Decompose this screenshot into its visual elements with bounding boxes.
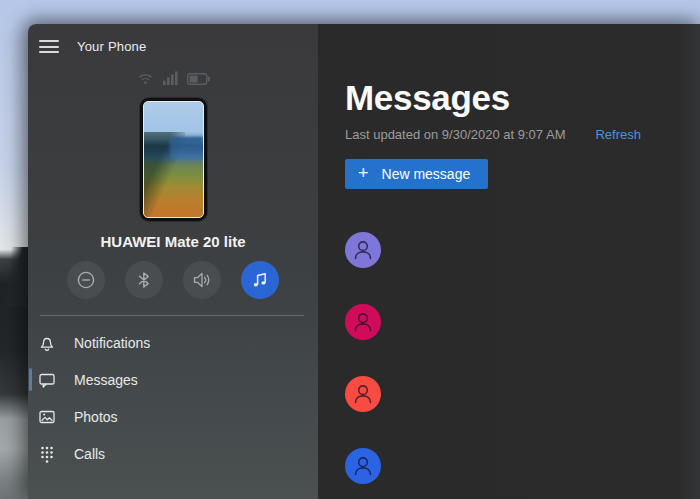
person-icon	[345, 232, 381, 268]
sidebar-item-label: Messages	[74, 372, 138, 388]
music-button[interactable]	[241, 261, 279, 299]
phone-preview[interactable]	[28, 98, 318, 221]
app-title: Your Phone	[77, 39, 146, 54]
sidebar-divider	[40, 315, 304, 316]
new-message-button[interactable]: + New message	[345, 159, 488, 189]
sidebar-item-calls[interactable]: Calls	[28, 435, 318, 472]
do-not-disturb-button[interactable]	[67, 261, 105, 299]
volume-icon	[190, 268, 214, 292]
wifi-icon	[137, 71, 154, 85]
do-not-disturb-icon	[75, 269, 97, 291]
dialpad-icon	[37, 444, 57, 464]
music-icon	[249, 269, 271, 291]
battery-icon	[187, 73, 210, 85]
contact-avatar[interactable]	[345, 376, 381, 412]
conversation-row[interactable]	[345, 304, 700, 340]
new-message-label: New message	[382, 166, 471, 182]
bluetooth-icon	[134, 270, 154, 290]
conversation-row[interactable]	[345, 376, 700, 412]
sidebar-item-photos[interactable]: Photos	[28, 398, 318, 435]
your-phone-window: Your Phone	[28, 24, 700, 499]
phone-frame	[140, 98, 207, 221]
person-icon	[345, 448, 381, 484]
refresh-link[interactable]: Refresh	[595, 127, 641, 142]
volume-button[interactable]	[183, 261, 221, 299]
quick-actions-row	[28, 261, 318, 299]
desktop-wallpaper	[0, 0, 28, 499]
app-header: Your Phone	[28, 24, 318, 56]
phone-status-row	[28, 70, 318, 85]
bluetooth-button[interactable]	[125, 261, 163, 299]
plus-icon: +	[358, 164, 369, 182]
conversation-row[interactable]	[345, 232, 700, 268]
sidebar-item-notifications[interactable]: Notifications	[28, 324, 318, 361]
sidebar-item-label: Photos	[74, 409, 118, 425]
selection-indicator	[29, 368, 32, 391]
sidebar-item-label: Calls	[74, 446, 105, 462]
bell-icon	[37, 333, 57, 353]
last-updated-row: Last updated on 9/30/2020 at 9:07 AM Ref…	[345, 127, 700, 142]
sidebar-item-label: Notifications	[74, 335, 150, 351]
contact-avatar[interactable]	[345, 232, 381, 268]
sidebar: Your Phone	[28, 24, 318, 499]
conversation-list	[345, 232, 700, 484]
phone-wallpaper	[143, 101, 204, 218]
conversation-row[interactable]	[345, 448, 700, 484]
photo-icon	[37, 407, 57, 427]
contact-avatar[interactable]	[345, 304, 381, 340]
person-icon	[345, 376, 381, 412]
page-title: Messages	[345, 76, 700, 120]
messages-panel: Messages Last updated on 9/30/2020 at 9:…	[318, 24, 700, 499]
contact-avatar[interactable]	[345, 448, 381, 484]
hamburger-icon[interactable]	[39, 40, 59, 53]
last-updated-text: Last updated on 9/30/2020 at 9:07 AM	[345, 127, 565, 142]
sidebar-item-messages[interactable]: Messages	[28, 361, 318, 398]
sidebar-nav: Notifications Messages	[28, 324, 318, 472]
person-icon	[345, 304, 381, 340]
message-bubble-icon	[37, 370, 57, 390]
cell-signal-icon	[163, 71, 178, 85]
device-name: HUAWEI Mate 20 lite	[28, 233, 318, 250]
